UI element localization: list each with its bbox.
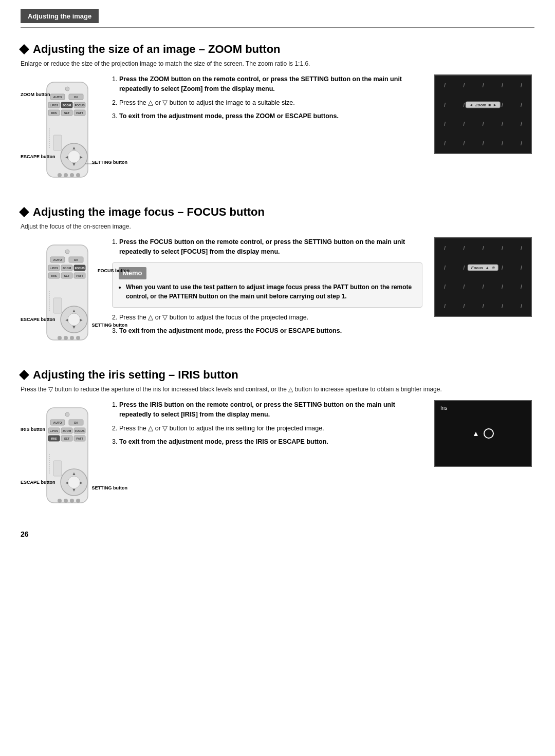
section3-step1: Press the IRIS button on the remote cont…	[119, 400, 422, 420]
svg-text:▼: ▼	[72, 325, 77, 330]
diamond-icon	[19, 44, 29, 54]
remote-svg-focus: AUTO D/I L.POS ZOOM FOCUS IRIS SET PATT	[39, 242, 96, 350]
zoom-button-label: ZOOM button	[21, 92, 50, 98]
setting-button-label-focus: SETTING button	[92, 323, 128, 329]
svg-text:►: ►	[79, 155, 84, 160]
svg-text:◄: ◄	[65, 480, 69, 485]
section1-step3: To exit from the adjustment mode, press …	[119, 111, 422, 121]
iris-button-label: IRIS button	[21, 427, 45, 433]
page-number: 26	[21, 530, 534, 538]
section1-instructions: Press the ZOOM button on the remote cont…	[112, 74, 422, 126]
svg-text:AUTO: AUTO	[53, 258, 62, 261]
section2-title: Adjusting the image focus – FOCUS button	[21, 205, 534, 219]
section3-steps-list: Press the IRIS button on the remote cont…	[119, 400, 422, 447]
svg-text:►: ►	[79, 317, 84, 323]
memo-box: Memo When you want to use the test patte…	[112, 262, 422, 308]
setting-button-label-zoom: SETTING button	[92, 160, 128, 166]
zoom-bar: ◄ Zoom ■ ►	[466, 101, 501, 108]
svg-text:L.POS: L.POS	[50, 267, 59, 270]
svg-text:◄: ◄	[65, 155, 69, 160]
section3-step2: Press the △ or ▽ button to adjust the ir…	[119, 424, 422, 433]
svg-text:►: ►	[79, 480, 84, 485]
svg-point-59	[70, 336, 74, 340]
svg-text:▲: ▲	[72, 308, 77, 313]
section2-subtitle: Adjust the focus of the on-screen image.	[21, 223, 534, 230]
section2-screen: IIIII II Focus ▲ ⊕ II IIIII IIIII	[434, 237, 532, 317]
section2-steps-list-2: Press the △ or ▽ button to adjust the fo…	[119, 313, 422, 336]
svg-text:D/I: D/I	[74, 96, 78, 99]
svg-point-32	[65, 250, 69, 254]
svg-text:▲: ▲	[72, 145, 77, 150]
section3-instructions: Press the IRIS button on the remote cont…	[112, 400, 422, 451]
svg-text:L.POS: L.POS	[50, 429, 59, 432]
remote-svg-iris: AUTO D/I L.POS ZOOM FOCUS IRIS SET PATT	[39, 405, 96, 513]
svg-text:AUTO: AUTO	[53, 96, 62, 99]
svg-rect-19	[53, 135, 62, 150]
svg-point-89	[70, 499, 74, 503]
focus-button-label: FOCUS button	[98, 268, 130, 274]
escape-button-label-zoom: ESCAPE button	[21, 154, 55, 160]
svg-point-29	[70, 173, 74, 177]
svg-point-82	[68, 476, 80, 488]
escape-button-label-iris: ESCAPE button	[21, 480, 55, 486]
svg-text:D/I: D/I	[74, 421, 78, 424]
focus-bar: Focus ▲ ⊕	[468, 264, 498, 271]
svg-text:SET: SET	[64, 437, 70, 440]
svg-point-57	[58, 336, 62, 340]
section3-iris-screen: Iris ▲	[434, 400, 532, 467]
section2-step3: To exit from the adjustment mode, press …	[119, 326, 422, 336]
section3-remote-figure: IRIS button AUTO D/I L.POS ZOOM FOCUS IR…	[21, 405, 103, 515]
section1-step1: Press the ZOOM button on the remote cont…	[119, 74, 422, 94]
svg-point-21	[68, 150, 80, 163]
section2-instructions: Press the FOCUS button on the remote con…	[112, 237, 422, 341]
svg-text:D/I: D/I	[74, 258, 78, 261]
page-header-bar: Adjusting the image	[0, 0, 555, 23]
section-header: Adjusting the image	[21, 9, 99, 23]
section2-steps-list: Press the FOCUS button on the remote con…	[119, 237, 422, 257]
section1-screen-figure: IIIII II ◄ Zoom ■ ► II IIIII IIIII	[432, 74, 534, 154]
section3-screen-figure: Iris ▲	[432, 400, 534, 467]
svg-point-28	[64, 173, 68, 177]
svg-point-62	[65, 412, 69, 417]
svg-text:SET: SET	[64, 111, 70, 115]
svg-point-90	[76, 499, 80, 503]
svg-point-60	[76, 336, 80, 340]
iris-overlay: ▲	[472, 428, 494, 439]
svg-text:IRIS: IRIS	[51, 437, 57, 440]
iris-circle-icon	[484, 428, 494, 439]
svg-text:ZOOM: ZOOM	[63, 267, 71, 270]
svg-text:SET: SET	[64, 274, 70, 277]
svg-rect-50	[53, 298, 62, 313]
svg-text:◄: ◄	[65, 317, 69, 323]
svg-text:IRIS: IRIS	[51, 274, 57, 277]
section1-remote-figure: ZOOM button AUTO D/I L.POS ZOOM	[21, 80, 103, 189]
section1-subtitle: Enlarge or reduce the size of the projec…	[21, 60, 534, 67]
svg-point-88	[64, 499, 68, 503]
iris-screen-label: Iris	[440, 405, 447, 411]
svg-text:PATT: PATT	[76, 111, 83, 115]
svg-point-30	[76, 173, 80, 177]
section3-title: Adjusting the iris setting – IRIS button	[21, 368, 534, 382]
section1-steps-list: Press the ZOOM button on the remote cont…	[119, 74, 422, 122]
section3-step3: To exit from the adjustment mode, press …	[119, 437, 422, 447]
iris-up-arrow: ▲	[472, 429, 479, 438]
svg-text:PATT: PATT	[76, 437, 83, 440]
section1-body: ZOOM button AUTO D/I L.POS ZOOM	[21, 74, 534, 189]
section2-remote-figure: FOCUS button AUTO D/I L.POS ZOOM FOCUS I…	[21, 242, 103, 352]
divider	[21, 27, 534, 28]
section1-title: Adjusting the size of an image – ZOOM bu…	[21, 43, 534, 56]
section2-body: FOCUS button AUTO D/I L.POS ZOOM FOCUS I…	[21, 237, 534, 352]
svg-text:FOCUS: FOCUS	[75, 429, 85, 432]
svg-point-87	[58, 499, 62, 503]
section2-step2: Press the △ or ▽ button to adjust the fo…	[119, 313, 422, 323]
svg-text:IRIS: IRIS	[51, 111, 57, 115]
memo-item: When you want to use the test pattern to…	[126, 282, 416, 301]
svg-point-1	[65, 87, 69, 91]
svg-text:ZOOM: ZOOM	[63, 429, 71, 432]
page-content: Adjusting the size of an image – ZOOM bu…	[0, 43, 555, 559]
diamond-icon-2	[19, 207, 29, 217]
diamond-icon-3	[19, 370, 29, 380]
svg-text:FOCUS: FOCUS	[75, 267, 85, 270]
setting-button-label-iris: SETTING button	[92, 485, 128, 492]
svg-text:▲: ▲	[72, 471, 77, 476]
